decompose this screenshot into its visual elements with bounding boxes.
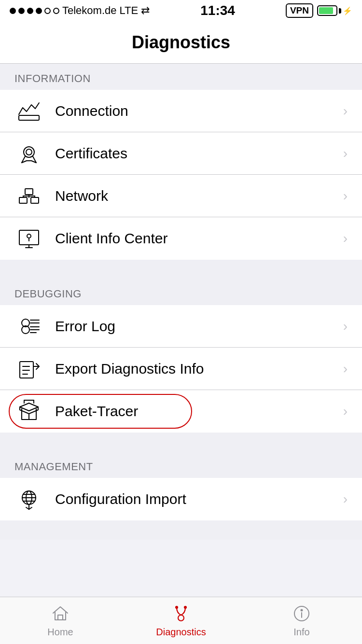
connection-label: Connection <box>55 103 343 119</box>
export-diagnostics-chevron: › <box>343 361 348 377</box>
certificates-icon <box>14 139 43 168</box>
list-item-certificates[interactable]: Certificates › <box>0 132 362 175</box>
section-header-management: MANAGEMENT <box>0 452 362 478</box>
dot-3 <box>27 8 33 14</box>
paket-tracer-chevron: › <box>343 404 348 419</box>
svg-rect-8 <box>19 197 27 203</box>
battery-fill <box>319 7 333 14</box>
svg-point-44 <box>178 615 184 621</box>
section-header-information: INFORMATION <box>0 64 362 90</box>
error-log-chevron: › <box>343 319 348 334</box>
list-item-export-diagnostics[interactable]: Export Diagnostics Info › <box>0 348 362 390</box>
svg-point-46 <box>184 606 186 608</box>
error-log-label: Error Log <box>55 318 343 335</box>
list-item-connection[interactable]: Connection › <box>0 90 362 132</box>
spacer-2 <box>0 433 362 452</box>
status-right: VPN ⚡ <box>286 3 352 18</box>
tab-info[interactable]: Info <box>241 597 362 644</box>
svg-rect-9 <box>31 197 39 203</box>
time-label: 11:34 <box>200 3 235 18</box>
config-import-label: Configuration Import <box>55 491 343 507</box>
section-header-debugging: DEBUGGING <box>0 279 362 305</box>
tab-info-label: Info <box>293 627 309 638</box>
client-info-label: Client Info Center <box>55 230 343 247</box>
svg-point-49 <box>301 610 303 611</box>
dot-6 <box>53 8 59 14</box>
network-label: Network <box>55 188 343 204</box>
error-log-icon <box>14 312 43 341</box>
battery-body <box>317 5 337 16</box>
status-bar: Telekom.de LTE ⇄ 11:34 VPN ⚡ <box>0 0 362 21</box>
management-list: Configuration Import › <box>0 478 362 520</box>
list-item-paket-tracer[interactable]: Paket-Tracer › <box>0 390 362 433</box>
dot-4 <box>36 8 42 14</box>
spacer-3 <box>0 520 362 540</box>
network-chevron: › <box>343 188 348 204</box>
network-icon <box>14 182 43 210</box>
network-type-label: LTE <box>120 4 139 17</box>
svg-rect-10 <box>25 189 33 195</box>
tab-diagnostics[interactable]: Diagnostics <box>121 597 241 644</box>
battery-tip <box>339 8 341 14</box>
vpn-badge: VPN <box>286 3 313 18</box>
client-info-icon <box>14 224 43 253</box>
dot-1 <box>10 8 16 14</box>
export-diagnostics-label: Export Diagnostics Info <box>55 361 343 377</box>
svg-rect-0 <box>19 115 39 120</box>
tab-home[interactable]: Home <box>0 597 121 644</box>
page-title: Diagnostics <box>132 32 230 53</box>
tab-bar: Home Diagnostics Info <box>0 597 362 644</box>
paket-tracer-label: Paket-Tracer <box>55 403 343 420</box>
svg-point-1 <box>24 147 34 157</box>
information-list: Connection › Certificates › <box>0 90 362 260</box>
paket-tracer-icon <box>14 397 43 426</box>
tab-diagnostics-label: Diagnostics <box>156 627 206 638</box>
certificates-chevron: › <box>343 146 348 161</box>
svg-rect-41 <box>58 615 63 620</box>
nav-bar: Diagnostics <box>0 21 362 64</box>
list-item-error-log[interactable]: Error Log › <box>0 305 362 348</box>
dot-5 <box>44 8 51 14</box>
charging-icon: ⚡ <box>343 6 352 15</box>
home-icon <box>50 603 70 624</box>
spacer-1 <box>0 260 362 279</box>
certificates-label: Certificates <box>55 145 343 162</box>
svg-point-2 <box>26 149 32 155</box>
data-arrow-icon: ⇄ <box>141 4 150 17</box>
diagnostics-icon <box>171 603 191 624</box>
svg-point-45 <box>176 606 178 608</box>
list-item-configuration-import[interactable]: Configuration Import › <box>0 478 362 520</box>
config-import-icon <box>14 485 43 514</box>
status-left: Telekom.de LTE ⇄ <box>10 4 150 17</box>
config-import-chevron: › <box>343 491 348 507</box>
connection-icon <box>14 97 43 126</box>
list-item-network[interactable]: Network › <box>0 175 362 217</box>
carrier-label: Telekom.de <box>62 4 117 17</box>
debugging-list: Error Log › Export Diagnostics Info › <box>0 305 362 433</box>
export-diagnostics-icon <box>14 354 43 383</box>
tab-home-label: Home <box>47 627 73 638</box>
dot-2 <box>18 8 25 14</box>
svg-point-18 <box>27 234 31 238</box>
signal-dots <box>10 8 59 14</box>
main-content: INFORMATION Connection › <box>0 64 362 587</box>
battery-indicator: ⚡ <box>317 5 352 16</box>
info-icon <box>292 603 312 624</box>
connection-chevron: › <box>343 103 348 119</box>
client-info-chevron: › <box>343 231 348 246</box>
list-item-client-info[interactable]: Client Info Center › <box>0 217 362 260</box>
